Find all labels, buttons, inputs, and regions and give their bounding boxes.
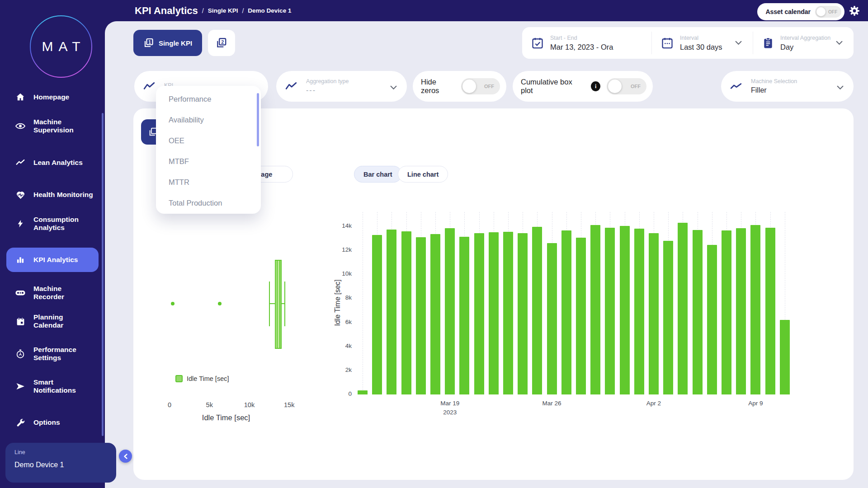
single-kpi-tab-button[interactable]: 1 Single KPI	[133, 30, 202, 56]
settings-gear-icon[interactable]	[848, 5, 861, 17]
calendar-icon	[14, 317, 26, 326]
kpi-dropdown-menu: PerformanceAvailabilityOEEMTBFMTTRTotal …	[156, 86, 261, 214]
toggle-knob	[462, 80, 476, 93]
bar[interactable]	[532, 227, 542, 394]
bar[interactable]	[707, 245, 717, 394]
legend-swatch	[175, 375, 183, 382]
boxplot-whisker-line	[282, 303, 285, 304]
bar[interactable]	[372, 235, 382, 394]
hide-zeros-toggle[interactable]: OFF	[461, 78, 500, 94]
svg-text:2: 2	[221, 39, 224, 45]
sidebar-item-planning-calendar[interactable]: Planning Calendar	[6, 309, 99, 333]
bar[interactable]	[605, 228, 615, 394]
sidebar-item-health-monitoring[interactable]: Health Monitoring	[6, 183, 99, 207]
breadcrumb-item-device[interactable]: Demo Device 1	[248, 7, 291, 14]
device-card[interactable]: Line Demo Device 1	[5, 443, 116, 483]
kpi-option[interactable]: OEE	[156, 130, 261, 151]
bar[interactable]	[693, 230, 703, 394]
sidebar-item-options[interactable]: Options	[6, 410, 99, 435]
sidebar-item-machine-recorder[interactable]: Machine Recorder	[6, 281, 99, 305]
kpi-option[interactable]: Total Production	[156, 192, 261, 213]
asset-calendar-toggle-pill[interactable]: Asset calendar OFF	[757, 3, 844, 20]
interval-aggregation-label: Interval Aggregation	[780, 35, 830, 41]
bar[interactable]	[634, 229, 644, 394]
sidebar-item-label: Machine Recorder	[33, 285, 94, 301]
bar[interactable]	[503, 232, 513, 394]
chevron-down-icon	[837, 84, 844, 92]
bar[interactable]	[430, 234, 440, 394]
breadcrumb-item-single-kpi[interactable]: Single KPI	[208, 7, 238, 14]
bar[interactable]	[663, 241, 673, 394]
dropdown-scrollbar[interactable]	[257, 93, 259, 146]
boxplot-median	[279, 260, 280, 349]
sidebar-item-homepage[interactable]: Homepage	[6, 85, 99, 109]
bar[interactable]	[387, 230, 396, 394]
sidebar-item-lean-analytics[interactable]: Lean Analytics	[6, 150, 99, 175]
cumulative-box-plot-toggle[interactable]: OFF	[607, 78, 646, 94]
bar[interactable]	[576, 238, 586, 394]
bar[interactable]	[547, 243, 557, 394]
bar[interactable]	[459, 237, 469, 394]
boxplot-box[interactable]	[275, 260, 282, 349]
bar[interactable]	[518, 233, 528, 394]
sidebar-item-kpi-analytics[interactable]: KPI Analytics	[6, 248, 99, 272]
start-end-value: Mar 13, 2023 - Ora	[550, 43, 613, 52]
bar[interactable]	[590, 225, 600, 394]
start-end-field[interactable]: Start - End Mar 13, 2023 - Ora	[522, 27, 651, 59]
kpi-option[interactable]: MTTR	[156, 172, 261, 192]
bar[interactable]	[489, 232, 499, 394]
sidebar-scrollbar[interactable]	[102, 113, 104, 436]
sidebar-collapse-button[interactable]	[119, 450, 132, 463]
machine-selection-field[interactable]: Machine Selection Filler	[721, 71, 854, 102]
interval-aggregation-field[interactable]: Interval Aggregation Day	[753, 27, 854, 59]
kpi-option[interactable]: Availability	[156, 109, 261, 130]
sidebar-item-machine-supervision[interactable]: Machine Supervision	[6, 114, 99, 138]
chart-legend[interactable]: Idle Time [sec]	[175, 375, 229, 382]
bar[interactable]	[445, 228, 455, 394]
barchart-y-tick: 0	[325, 390, 352, 397]
bar[interactable]	[474, 233, 484, 394]
stopwatch-icon	[14, 349, 26, 359]
toggle-knob	[608, 80, 622, 93]
interval-label: Interval	[680, 35, 722, 41]
sidebar-item-performance-settings[interactable]: Performance Settings	[6, 342, 99, 366]
multi-kpi-tab-button[interactable]: 2	[208, 30, 235, 56]
aggregation-type-field[interactable]: Aggregation type ---	[276, 71, 407, 102]
bar[interactable]	[358, 390, 368, 394]
info-icon[interactable]: i	[591, 81, 600, 91]
legend-label: Idle Time [sec]	[187, 375, 229, 382]
bar[interactable]	[649, 233, 659, 394]
kpi-option[interactable]: Performance	[156, 89, 261, 109]
bar[interactable]	[401, 231, 411, 394]
asset-calendar-toggle[interactable]: OFF	[815, 6, 841, 18]
machine-line-icon	[730, 81, 742, 91]
box-plot: Idle Time [sec] 05k10k15k	[149, 206, 321, 432]
chevron-down-icon	[735, 39, 742, 47]
bar[interactable]	[561, 230, 571, 394]
sidebar-item-consumption-analytics[interactable]: Consumption Analytics	[6, 211, 99, 236]
bar[interactable]	[620, 226, 630, 394]
kpi-option[interactable]: MTBF	[156, 151, 261, 172]
trend-icon	[14, 158, 26, 168]
bar[interactable]	[750, 225, 760, 394]
bar[interactable]	[678, 223, 688, 394]
multi-kpi-icon: 2	[216, 37, 227, 49]
line-chart-button-label: Line chart	[407, 171, 439, 178]
bar[interactable]	[780, 320, 790, 394]
sidebar-item-smart-notifications[interactable]: Smart Notifications	[6, 374, 99, 399]
sidebar-item-label: Lean Analytics	[33, 159, 83, 167]
bar[interactable]	[722, 230, 731, 394]
bar-chart-button[interactable]: Bar chart	[354, 166, 402, 183]
bar[interactable]	[416, 237, 426, 394]
sidebar-item-label: Homepage	[33, 93, 69, 101]
bar[interactable]	[765, 228, 775, 394]
boxplot-outlier-point[interactable]	[218, 302, 222, 305]
svg-text:1: 1	[148, 40, 151, 45]
boxplot-median	[277, 260, 278, 349]
toggle-knob	[816, 7, 826, 16]
bar[interactable]	[736, 228, 746, 394]
boxplot-outlier-point[interactable]	[171, 302, 175, 305]
interval-field[interactable]: Interval Last 30 days	[652, 27, 753, 59]
line-chart-button[interactable]: Line chart	[398, 166, 448, 183]
sidebar-item-label: Consumption Analytics	[33, 216, 94, 232]
